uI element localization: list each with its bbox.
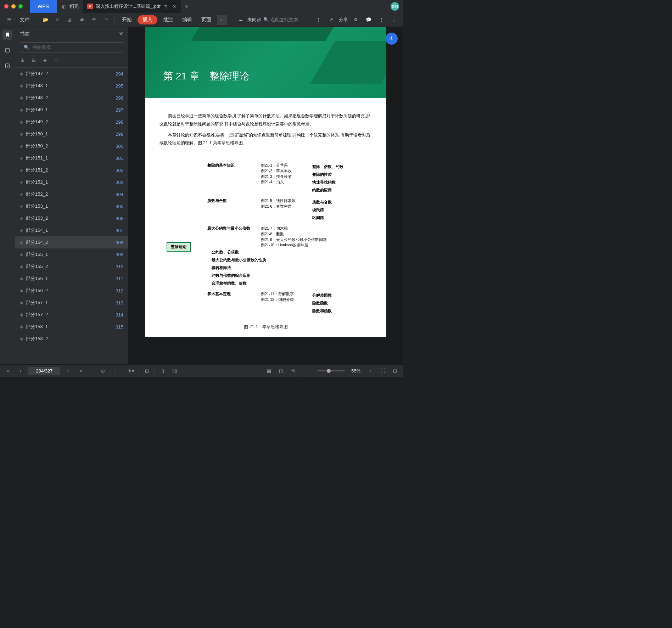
first-page-icon[interactable]: ⇤ xyxy=(4,367,13,375)
bookmark-item[interactable]: ◈ 部分149_2 298 xyxy=(15,116,128,128)
fit-width-icon[interactable]: ⊟ xyxy=(142,367,151,375)
pdf-viewer[interactable]: 第 21 章 整除理论 前面已经学过一些简单的组合数学,并了解了简单的计数方法。… xyxy=(128,27,403,364)
menu-icon[interactable]: ☰ xyxy=(4,15,14,25)
mindmap-leaf: 最大公约数与最小公倍数的性质 xyxy=(212,256,266,264)
tab-start[interactable]: 开始 xyxy=(118,15,135,24)
rotate-icon[interactable]: ⟲ xyxy=(289,367,297,375)
zoom-slider[interactable] xyxy=(317,370,345,371)
bookmark-item[interactable]: ◈ 部分153_2 306 xyxy=(15,212,128,224)
floating-convert-button[interactable] xyxy=(386,33,398,45)
open-icon[interactable]: 📂 xyxy=(41,15,51,25)
mindmap-leaf: 合理枚举约数、倍数 xyxy=(212,279,266,287)
share-button[interactable]: 分享 xyxy=(339,17,348,23)
bookmark-item[interactable]: ◈ 部分149_1 297 xyxy=(15,104,128,116)
next-page-icon[interactable]: › xyxy=(64,367,72,375)
two-page-icon[interactable]: ▯▯ xyxy=(170,367,179,375)
user-avatar[interactable]: 赵网 xyxy=(391,2,399,11)
bookmark-item[interactable]: ◈ 部分148_1 295 xyxy=(15,80,128,92)
tab-daoke[interactable]: ◐ 稻壳 xyxy=(57,0,83,13)
read-mode-icon[interactable]: ▦ xyxy=(265,367,273,375)
bookmark-item[interactable]: ◈ 部分153_1 305 xyxy=(15,200,128,212)
bookmark-item[interactable]: ◈ 部分157_1 313 xyxy=(15,297,128,309)
tab-comment[interactable]: 批注 xyxy=(159,15,177,24)
maximize-window-button[interactable] xyxy=(18,4,23,9)
tab-edit[interactable]: 编辑 xyxy=(179,15,196,24)
undo-icon[interactable]: ↶ xyxy=(89,15,99,25)
bookmark-item-icon: ◈ xyxy=(20,95,23,100)
add-bookmark-icon[interactable]: ⊞ xyxy=(21,57,27,64)
bookmark-item[interactable]: ◈ 部分157_2 314 xyxy=(15,309,128,321)
tab-insert[interactable]: 插入 xyxy=(138,15,157,24)
bookmark-item[interactable]: ◈ 部分154_1 307 xyxy=(15,224,128,236)
attachment-rail-icon[interactable] xyxy=(2,61,12,71)
bookmark-item[interactable]: ◈ 部分155_2 310 xyxy=(15,260,128,273)
bookmark-icon[interactable]: ◈ xyxy=(43,57,50,64)
bookmark-item[interactable]: ◈ 部分152_1 303 xyxy=(15,176,128,188)
options-icon[interactable]: ⋮ xyxy=(111,367,119,375)
search-placeholder: 点此查找文本 xyxy=(270,17,298,23)
crop-icon[interactable]: ◫ xyxy=(277,367,285,375)
bookmark-item[interactable]: ◈ 部分151_2 302 xyxy=(15,164,128,176)
bookmark-item[interactable]: ◈ 部分147_2 294 xyxy=(15,68,128,80)
chevron-right-icon[interactable]: › xyxy=(217,15,227,25)
delete-bookmark-icon[interactable]: ⊟ xyxy=(32,57,38,64)
collapse-ribbon-icon[interactable]: ⌄ xyxy=(389,15,399,25)
prev-page-icon[interactable]: ‹ xyxy=(16,367,25,375)
close-window-button[interactable] xyxy=(4,4,9,9)
search-box[interactable]: 🔍 点此查找文本 xyxy=(263,17,298,23)
bookmark-item[interactable]: ◈ 部分150_1 299 xyxy=(15,128,128,140)
bookmark-item-page: 314 xyxy=(116,312,123,318)
print-icon[interactable]: 🖨 xyxy=(65,15,75,25)
bookmark-search[interactable]: 🔍 xyxy=(20,42,123,52)
redo-icon[interactable]: ↷ xyxy=(101,15,111,25)
wps-home-button[interactable]: WPS xyxy=(30,0,57,13)
bookmark-item-label: 部分149_2 xyxy=(26,119,113,125)
last-page-icon[interactable]: ⇥ xyxy=(76,367,84,375)
tab-close-button[interactable]: ✕ xyxy=(172,4,177,9)
bookmark-item[interactable]: ◈ 部分156_1 311 xyxy=(15,273,128,285)
thumbnail-rail-icon[interactable] xyxy=(2,45,12,55)
bookmark-panel: 书签 ✕ 🔍 ⊞ ⊟ ◈ ◇ ◈ 部分147_2 294 ◈ 部分148_1 2… xyxy=(15,27,128,364)
close-panel-button[interactable]: ✕ xyxy=(119,30,123,37)
bookmark-item[interactable]: ◈ 部分158_2 xyxy=(15,333,128,345)
add-page-icon[interactable]: ⊕ xyxy=(99,367,107,375)
tab-page[interactable]: 页面 xyxy=(198,15,215,24)
more-vertical-icon[interactable]: ⋮ xyxy=(376,15,386,25)
bookmark-list[interactable]: ◈ 部分147_2 294 ◈ 部分148_1 295 ◈ 部分148_2 29… xyxy=(15,67,128,364)
brightness-icon[interactable]: ☀▾ xyxy=(127,367,135,375)
bookmark-item[interactable]: ◈ 部分150_2 300 xyxy=(15,140,128,152)
bookmark-item[interactable]: ◈ 部分152_2 304 xyxy=(15,188,128,200)
bookmark-item-icon: ◈ xyxy=(20,336,23,341)
bookmark-item[interactable]: ◈ 部分151_1 301 xyxy=(15,152,128,164)
bookmark-rail-icon[interactable] xyxy=(2,30,12,40)
sync-status[interactable]: 未同步 xyxy=(247,17,261,23)
bookmark-item-icon: ◈ xyxy=(20,300,23,305)
bookmark-outline-icon[interactable]: ◇ xyxy=(55,57,61,64)
print-preview-icon[interactable]: 🖶 xyxy=(77,15,87,25)
fullscreen-icon[interactable]: ⛶ xyxy=(379,367,387,375)
bookmark-item-label: 部分148_2 xyxy=(26,95,113,101)
file-menu[interactable]: 文件 xyxy=(16,15,33,24)
bookmark-item-label: 部分149_1 xyxy=(26,107,113,113)
zoom-out-icon[interactable]: − xyxy=(305,367,313,375)
bookmark-item[interactable]: ◈ 部分158_1 315 xyxy=(15,321,128,333)
bookmark-item-icon: ◈ xyxy=(20,119,23,124)
new-tab-button[interactable]: + xyxy=(181,3,193,10)
bookmark-item[interactable]: ◈ 部分156_2 312 xyxy=(15,285,128,297)
bookmark-item[interactable]: ◈ 部分154_2 308 xyxy=(15,236,128,248)
separator xyxy=(301,368,301,375)
minimize-window-button[interactable] xyxy=(11,4,16,9)
bookmark-item-label: 部分151_1 xyxy=(26,155,113,161)
bookmark-search-input[interactable] xyxy=(32,45,119,50)
bookmark-item[interactable]: ◈ 部分148_2 296 xyxy=(15,92,128,104)
page-number-input[interactable] xyxy=(28,367,60,375)
bookmark-item[interactable]: ◈ 部分155_1 309 xyxy=(15,248,128,260)
single-page-icon[interactable]: ▯ xyxy=(158,367,167,375)
tab-pdf-document[interactable]: P 深入浅出程序设计...基础篇_.pdf ⊡ ✕ xyxy=(83,0,181,13)
chat-icon[interactable]: 💬 xyxy=(364,15,374,25)
expand-icon[interactable]: ⊡ xyxy=(391,367,399,375)
more-icon[interactable]: ⋮ xyxy=(313,15,323,25)
save-icon[interactable]: 🗎 xyxy=(53,15,63,25)
settings-icon[interactable]: ⚙ xyxy=(351,15,361,25)
zoom-in-icon[interactable]: + xyxy=(366,367,375,375)
